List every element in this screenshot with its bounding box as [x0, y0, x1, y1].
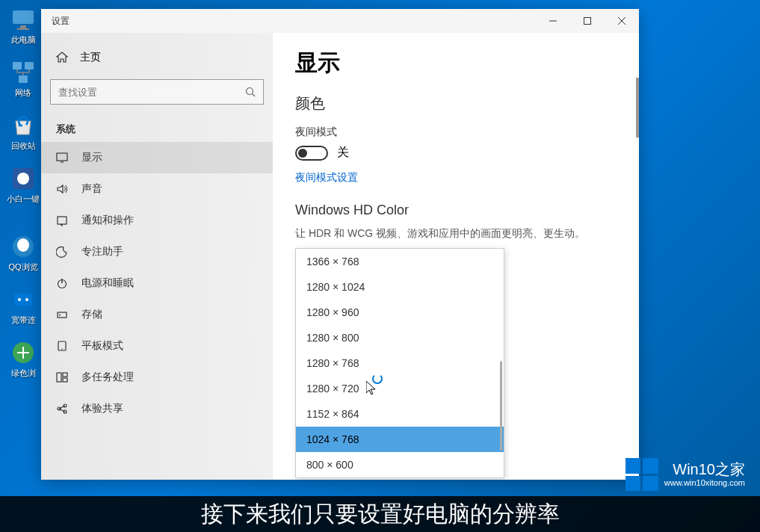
broadband-icon	[10, 286, 37, 313]
svg-rect-10	[14, 294, 32, 306]
desktop-icon-browser[interactable]: 绿色浏	[4, 339, 43, 379]
loading-spinner-icon	[372, 374, 383, 384]
sidebar-item-notifications[interactable]: 通知和操作	[41, 205, 273, 236]
svg-rect-14	[584, 18, 591, 25]
svg-point-7	[17, 173, 29, 185]
network-icon	[10, 59, 37, 86]
titlebar: 设置	[41, 9, 639, 33]
nightmode-settings-link[interactable]: 夜间模式设置	[295, 171, 617, 185]
svg-rect-2	[17, 28, 29, 30]
desktop-icon-broadband[interactable]: 宽带连	[4, 286, 43, 326]
svg-rect-16	[57, 153, 67, 161]
sound-icon	[56, 183, 68, 195]
storage-icon	[56, 309, 68, 321]
search-input[interactable]	[58, 87, 245, 98]
desktop-icon-recycle[interactable]: 回收站	[4, 112, 43, 152]
resolution-option[interactable]: 1280 × 800	[296, 325, 504, 350]
sidebar-item-sound[interactable]: 声音	[41, 173, 273, 205]
computer-icon	[10, 6, 37, 33]
nightmode-toggle[interactable]	[295, 146, 328, 161]
browser-icon	[10, 339, 37, 366]
power-icon	[56, 277, 68, 289]
svg-rect-24	[63, 373, 67, 377]
video-subtitle: 接下来我们只要设置好电脑的分辨率	[0, 496, 760, 532]
home-button[interactable]: 主页	[41, 43, 273, 72]
sidebar-item-multitask[interactable]: 多任务处理	[41, 362, 273, 393]
svg-point-11	[18, 298, 21, 301]
search-icon	[245, 87, 256, 97]
desktop-icon-computer[interactable]: 此电脑	[4, 6, 43, 46]
nightmode-state: 关	[337, 145, 349, 161]
svg-rect-0	[13, 10, 34, 24]
recycle-icon	[10, 112, 37, 139]
watermark: Win10之家 www.win10xitong.com	[625, 458, 745, 491]
settings-window: 设置 主页 系统 显示	[41, 9, 639, 480]
page-title: 显示	[295, 48, 617, 78]
color-heading: 颜色	[295, 93, 617, 114]
sidebar-item-power[interactable]: 电源和睡眠	[41, 267, 273, 299]
windows-logo-icon	[625, 458, 658, 491]
svg-rect-25	[63, 378, 67, 382]
focus-icon	[56, 246, 68, 258]
resolution-option[interactable]: 800 × 600	[296, 452, 504, 477]
share-icon	[56, 403, 68, 415]
sidebar-item-storage[interactable]: 存储	[41, 299, 273, 330]
svg-rect-23	[57, 373, 61, 382]
nightmode-label: 夜间模式	[295, 126, 617, 139]
desktop-icon-qq[interactable]: QQ浏览	[4, 233, 43, 273]
hd-color-desc: 让 HDR 和 WCG 视频、游戏和应用中的画面更明亮、更生动。	[295, 227, 617, 241]
svg-point-9	[17, 238, 29, 252]
display-icon	[56, 152, 68, 164]
close-button[interactable]	[605, 9, 639, 33]
svg-rect-4	[25, 62, 34, 69]
resolution-option-selected[interactable]: 1024 × 768	[296, 427, 504, 452]
svg-rect-19	[58, 312, 67, 318]
hd-color-heading: Windows HD Color	[295, 202, 617, 218]
svg-rect-1	[20, 25, 26, 28]
maximize-button[interactable]	[570, 9, 605, 33]
scrollbar[interactable]	[636, 78, 639, 137]
home-icon	[56, 52, 68, 64]
resolution-option[interactable]: 1280 × 768	[296, 350, 504, 376]
qq-icon	[10, 233, 37, 260]
category-label: 系统	[41, 117, 273, 142]
sidebar: 主页 系统 显示 声音 通知和操作	[41, 33, 273, 480]
tablet-icon	[56, 340, 68, 352]
notification-icon	[56, 214, 68, 226]
sidebar-item-focus[interactable]: 专注助手	[41, 236, 273, 267]
desktop-icon-network[interactable]: 网络	[4, 59, 43, 99]
svg-point-22	[61, 348, 63, 350]
sidebar-item-share[interactable]: 体验共享	[41, 393, 273, 424]
dropdown-scrollbar[interactable]	[500, 361, 502, 451]
window-title: 设置	[52, 15, 536, 28]
minimize-button[interactable]	[536, 9, 570, 33]
app-icon-1	[10, 165, 37, 192]
search-box[interactable]	[50, 79, 264, 105]
resolution-option[interactable]: 1152 × 864	[296, 401, 504, 427]
svg-point-20	[59, 315, 61, 316]
content-area: 显示 颜色 夜间模式 关 夜间模式设置 Windows HD Color 让 H…	[273, 33, 639, 480]
sidebar-item-display[interactable]: 显示	[41, 142, 273, 173]
resolution-option[interactable]: 1280 × 960	[296, 300, 504, 325]
multitask-icon	[56, 371, 68, 383]
svg-point-15	[247, 88, 253, 95]
resolution-option[interactable]: 1280 × 1024	[296, 274, 504, 300]
svg-rect-17	[58, 217, 67, 224]
svg-rect-3	[13, 62, 22, 69]
resolution-option[interactable]: 1366 × 768	[296, 249, 504, 274]
desktop-icons: 此电脑 网络 回收站 小白一键 QQ浏览 宽带连 绿色浏	[4, 6, 43, 392]
resolution-option[interactable]: 1280 × 720	[296, 376, 504, 401]
desktop-icon-xiaobai[interactable]: 小白一键	[4, 165, 43, 205]
svg-point-12	[25, 298, 28, 301]
sidebar-item-tablet[interactable]: 平板模式	[41, 330, 273, 362]
resolution-dropdown[interactable]: 1366 × 768 1280 × 1024 1280 × 960 1280 ×…	[295, 248, 504, 478]
svg-rect-5	[19, 75, 28, 83]
